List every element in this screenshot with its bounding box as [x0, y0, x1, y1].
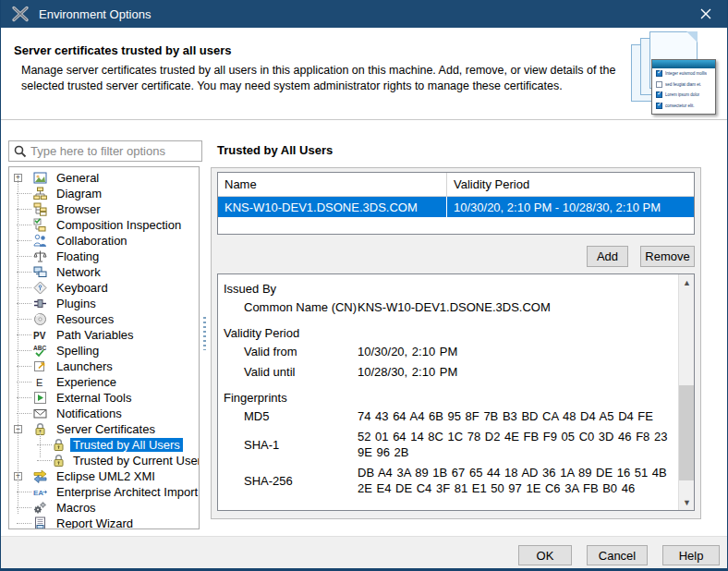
sidebar-item-launchers[interactable]: Launchers — [9, 358, 199, 374]
sidebar-item-label[interactable]: External Tools — [54, 391, 134, 405]
checklist-row-label: Integer euismod mollis — [665, 71, 707, 76]
svg-text:E: E — [36, 377, 42, 388]
sidebar-item-label[interactable]: Launchers — [54, 359, 115, 373]
scroll-up-icon[interactable]: ▲ — [679, 274, 695, 290]
sidebar-item-floating[interactable]: Floating — [9, 249, 199, 264]
remove-button[interactable]: Remove — [640, 246, 695, 267]
certificates-group: Name Validity Period KNS-W10-DEV1.DSONE.… — [211, 167, 701, 519]
checked-checkbox-icon — [656, 70, 662, 77]
sidebar-item-server-certificates[interactable]: −Server Certificates — [9, 421, 199, 437]
cell-validity-period[interactable]: 10/30/20, 2:10 PM - 10/28/30, 2:10 PM — [447, 197, 694, 217]
sidebar-item-diagram[interactable]: Diagram — [9, 186, 199, 201]
details-label: Common Name (CN) — [224, 299, 358, 315]
details-row: SHA-256DB A4 3A 89 1B 67 65 44 18 AD 36 … — [224, 465, 678, 496]
details-label: Valid from — [224, 344, 358, 359]
title-bar[interactable]: Environment Options — [1, 0, 727, 28]
sidebar-item-trusted-by-current-user[interactable]: Trusted by Current User — [9, 453, 199, 468]
sidebar-item-external-tools[interactable]: External Tools — [9, 390, 199, 406]
sidebar-item-label[interactable]: Trusted by All Users — [70, 438, 183, 452]
tree-guide-line — [40, 431, 41, 457]
filter-input[interactable] — [27, 144, 201, 158]
sidebar-item-eclipse-uml2-xmi[interactable]: +Eclipse UML2 XMI — [9, 468, 199, 484]
page-title: Trusted by All Users — [217, 143, 333, 157]
sidebar-item-report-wizard[interactable]: Report Wizard — [9, 516, 199, 529]
resources-icon — [33, 312, 47, 326]
unchecked-checkbox-icon — [656, 81, 662, 88]
sidebar-item-keyboard[interactable]: Keyboard — [9, 280, 199, 296]
sidebar-item-label[interactable]: Macros — [54, 501, 99, 515]
details-row: Common Name (CN)KNS-W10-DEV1.DSONE.3DS.C… — [224, 299, 678, 315]
sidebar-item-label[interactable]: Resources — [54, 312, 116, 326]
sidebar-item-label[interactable]: Collaboration — [54, 234, 130, 248]
vertical-splitter-handle[interactable] — [203, 317, 206, 350]
table-header[interactable]: Name Validity Period — [218, 173, 694, 197]
ok-button[interactable]: OK — [518, 545, 572, 565]
column-header-validity[interactable]: Validity Period — [447, 173, 694, 196]
options-tree[interactable]: +GeneralDiagramBrowserComposition Inspec… — [8, 166, 200, 529]
sidebar-item-plugins[interactable]: Plugins — [9, 296, 199, 311]
help-button[interactable]: Help — [662, 545, 720, 565]
details-value: 10/30/20, 2:10 PM — [358, 344, 674, 359]
sidebar-item-label[interactable]: Path Variables — [54, 328, 137, 342]
network-icon — [33, 265, 47, 279]
sidebar-item-label[interactable]: Keyboard — [54, 281, 111, 295]
sidebar-item-label[interactable]: Browser — [54, 202, 103, 216]
tree-connector-line — [17, 397, 31, 398]
external-tools-icon — [33, 391, 47, 405]
sidebar-item-browser[interactable]: Browser — [9, 201, 199, 217]
tree-connector-line — [17, 382, 31, 383]
sidebar-item-label[interactable]: Eclipse UML2 XMI — [54, 469, 158, 483]
cancel-button[interactable]: Cancel — [587, 545, 648, 565]
sidebar-item-label[interactable]: Enterprise Architect Import — [54, 485, 200, 499]
sidebar-item-label[interactable]: Network — [54, 265, 103, 279]
sidebar-item-composition-inspection[interactable]: Composition Inspection — [9, 217, 199, 233]
sidebar-item-path-variables[interactable]: PVPath Variables — [9, 327, 199, 343]
details-scrollbar[interactable]: ▲ ▼ — [678, 274, 694, 510]
sidebar-item-enterprise-architect-import[interactable]: EAEnterprise Architect Import — [9, 484, 199, 500]
sidebar-item-spelling[interactable]: ABCSpelling — [9, 343, 199, 358]
sidebar-item-label[interactable]: General — [54, 171, 102, 185]
tree-connector-line — [17, 209, 31, 210]
sidebar-item-macros[interactable]: Macros — [9, 500, 199, 516]
sidebar-item-label[interactable]: Trusted by Current User — [70, 454, 200, 468]
sidebar-item-label[interactable]: Diagram — [54, 187, 104, 200]
sidebar-item-general[interactable]: +General — [9, 170, 199, 186]
certificates-illustration: Integer euismod mollissed feugiat diam e… — [629, 31, 718, 116]
header-description: Manage server certificates trusted by al… — [21, 63, 620, 94]
sidebar-item-experience[interactable]: EExperience — [9, 374, 199, 390]
tree-connector-line — [17, 225, 31, 225]
tree-connector-line — [37, 460, 52, 461]
sidebar-item-label[interactable]: Experience — [54, 375, 119, 389]
tree-connector-line — [17, 287, 31, 288]
add-button[interactable]: Add — [587, 246, 628, 267]
sidebar-item-label[interactable]: Notifications — [54, 407, 125, 420]
scroll-down-icon[interactable]: ▼ — [679, 494, 695, 510]
browser-icon — [33, 202, 47, 216]
sidebar-item-label[interactable]: Plugins — [54, 297, 99, 310]
sidebar-item-label[interactable]: Report Wizard — [54, 516, 136, 529]
header-title: Server certificates trusted by all users — [14, 43, 232, 57]
sidebar-item-label[interactable]: Composition Inspection — [54, 218, 184, 232]
sidebar-item-network[interactable]: Network — [9, 264, 199, 280]
column-header-name[interactable]: Name — [218, 173, 447, 196]
sidebar-item-resources[interactable]: Resources — [9, 311, 199, 327]
certificates-table[interactable]: Name Validity Period KNS-W10-DEV1.DSONE.… — [217, 172, 695, 235]
cell-name[interactable]: KNS-W10-DEV1.DSONE.3DS.COM — [218, 197, 447, 217]
composition-inspection-icon — [33, 218, 47, 232]
sidebar-item-label[interactable]: Spelling — [54, 344, 102, 358]
notifications-icon — [33, 407, 47, 420]
table-row[interactable]: KNS-W10-DEV1.DSONE.3DS.COM10/30/20, 2:10… — [218, 197, 694, 217]
lock-icon — [52, 454, 66, 468]
details-row: Valid from10/30/20, 2:10 PM — [224, 344, 678, 359]
sidebar-item-label[interactable]: Server Certificates — [54, 422, 158, 436]
sidebar-item-notifications[interactable]: Notifications — [9, 406, 199, 421]
diagram-icon — [33, 187, 47, 200]
scrollbar-thumb[interactable] — [679, 385, 695, 480]
tree-connector-line — [17, 272, 31, 273]
spelling-icon: ABC — [33, 344, 47, 358]
close-icon[interactable] — [685, 0, 727, 28]
sidebar-item-label[interactable]: Floating — [54, 249, 102, 263]
sidebar-item-trusted-by-all-users[interactable]: Trusted by All Users — [9, 437, 199, 453]
plugins-icon — [33, 297, 47, 310]
sidebar-item-collaboration[interactable]: Collaboration — [9, 233, 199, 249]
